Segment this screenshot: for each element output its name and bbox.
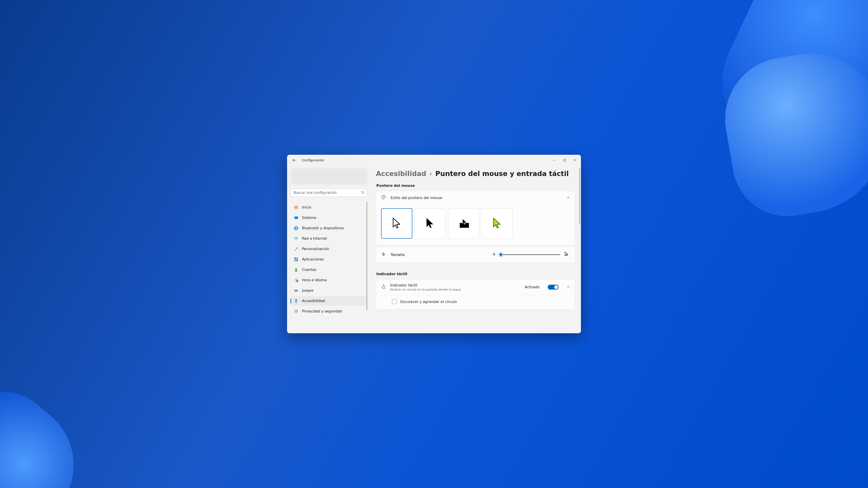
- sidebar-item-system[interactable]: Sistema: [291, 213, 366, 223]
- svg-rect-8: [294, 260, 296, 261]
- toggle-state-label: Activado: [525, 285, 539, 289]
- maximize-button[interactable]: [559, 156, 569, 165]
- svg-point-10: [295, 268, 297, 270]
- darken-enlarge-checkbox[interactable]: [392, 299, 397, 304]
- sidebar-item-label: Privacidad y seguridad: [302, 309, 342, 313]
- svg-point-14: [295, 291, 296, 291]
- clock-globe-icon: [294, 278, 298, 283]
- person-icon: [294, 267, 298, 272]
- touch-indicator-toggle[interactable]: [548, 285, 559, 290]
- pointer-style-black[interactable]: [414, 208, 446, 238]
- pointer-style-title: Estilo del puntero del mouse: [391, 196, 442, 200]
- sidebar-item-personalization[interactable]: Personalización: [291, 244, 366, 254]
- sidebar-item-label: Juegos: [302, 289, 313, 293]
- search-box[interactable]: [291, 189, 367, 197]
- svg-point-1: [362, 191, 364, 193]
- accessibility-icon: [294, 299, 298, 303]
- nav-list: Inicio Sistema Bluetooth y dispositivos …: [290, 202, 368, 333]
- size-slider-area: [493, 251, 569, 258]
- touch-indicator-card: Indicador táctil Mostrar un círculo en l…: [376, 279, 575, 309]
- breadcrumb: Accesibilidad › Puntero del mouse y entr…: [376, 170, 575, 177]
- sidebar-item-privacy[interactable]: Privacidad y seguridad: [291, 306, 366, 316]
- cursor-white-icon: [390, 216, 404, 231]
- svg-point-5: [296, 240, 297, 240]
- touch-indicator-desc: Mostrar un círculo en la pantalla donde …: [390, 288, 461, 291]
- sidebar-item-label: Hora e idioma: [302, 278, 327, 282]
- apps-icon: [294, 257, 298, 262]
- svg-point-15: [297, 291, 297, 291]
- paintbrush-icon: [294, 247, 298, 251]
- sidebar-item-apps[interactable]: Aplicaciones: [291, 255, 366, 264]
- svg-point-12: [296, 280, 298, 282]
- cursor-min-icon: [493, 252, 496, 257]
- pointer-style-white[interactable]: [381, 208, 412, 238]
- close-button[interactable]: [569, 156, 580, 165]
- titlebar: Configuración: [287, 155, 581, 166]
- window-title: Configuración: [302, 158, 324, 162]
- size-slider[interactable]: [499, 254, 560, 255]
- sidebar-item-accessibility[interactable]: Accesibilidad: [291, 296, 366, 306]
- touch-icon: [381, 284, 386, 290]
- minimize-icon: [553, 159, 555, 162]
- maximize-icon: [563, 159, 566, 162]
- chevron-up-icon[interactable]: [567, 285, 570, 289]
- sidebar-item-label: Cuentas: [302, 268, 316, 272]
- gamepad-icon: [294, 288, 298, 293]
- minimize-button[interactable]: [549, 156, 559, 165]
- pointer-style-header[interactable]: Estilo del puntero del mouse: [376, 191, 575, 204]
- breadcrumb-parent[interactable]: Accesibilidad: [376, 170, 426, 177]
- size-label: Tamaño: [391, 253, 405, 257]
- shield-icon: [294, 309, 298, 314]
- main-scrollbar[interactable]: [579, 168, 580, 224]
- sidebar-item-network[interactable]: Red e Internet: [291, 234, 366, 243]
- pointer-style-options: [376, 204, 575, 245]
- pointer-style-inverted[interactable]: [448, 208, 479, 238]
- palette-icon: [381, 195, 386, 201]
- touch-darken-option-row: Oscurecer y agrandar el círculo: [376, 295, 575, 309]
- darken-enlarge-label: Oscurecer y agrandar el círculo: [400, 300, 457, 304]
- svg-rect-3: [294, 217, 298, 219]
- sidebar-item-label: Personalización: [302, 247, 329, 251]
- pointer-style-card: Estilo del puntero del mouse: [376, 191, 575, 245]
- cursor-black-icon: [423, 216, 437, 231]
- main-content: Accesibilidad › Puntero del mouse y entr…: [370, 166, 581, 333]
- chevron-up-icon: [567, 196, 570, 200]
- touch-indicator-row: Indicador táctil Mostrar un círculo en l…: [376, 280, 575, 295]
- sidebar-item-home[interactable]: Inicio: [291, 203, 366, 212]
- sidebar-item-time-language[interactable]: Hora e idioma: [291, 275, 366, 285]
- arrow-left-icon: [292, 158, 296, 162]
- svg-rect-0: [563, 159, 565, 161]
- system-icon: [294, 216, 298, 220]
- close-icon: [574, 159, 576, 162]
- home-icon: [294, 205, 298, 210]
- svg-rect-9: [296, 260, 298, 261]
- cursor-small-icon: [381, 252, 386, 257]
- slider-thumb[interactable]: [499, 253, 503, 257]
- svg-point-17: [382, 197, 383, 197]
- svg-point-19: [384, 196, 384, 197]
- touch-indicator-title: Indicador táctil: [390, 283, 461, 287]
- sidebar-item-bluetooth[interactable]: Bluetooth y dispositivos: [291, 223, 366, 233]
- cursor-inverted-icon: [456, 216, 471, 231]
- sidebar-item-gaming[interactable]: Juegos: [291, 286, 366, 295]
- svg-rect-6: [294, 258, 296, 259]
- sidebar-item-label: Inicio: [302, 205, 311, 209]
- sidebar-item-label: Aplicaciones: [302, 257, 324, 261]
- sidebar-item-label: Accesibilidad: [302, 299, 325, 303]
- cursor-color-icon: [490, 216, 504, 231]
- wifi-icon: [294, 236, 298, 241]
- sidebar-scrollbar[interactable]: [366, 202, 367, 310]
- sidebar-item-accounts[interactable]: Cuentas: [291, 265, 366, 274]
- pointer-style-custom-color[interactable]: [482, 208, 513, 238]
- bluetooth-icon: [294, 226, 298, 230]
- sidebar-item-label: Red e Internet: [302, 236, 327, 240]
- sidebar-item-label: Sistema: [302, 216, 316, 220]
- section-label-touch: Indicador táctil: [376, 272, 575, 276]
- cursor-max-icon: [563, 251, 569, 258]
- sidebar: Inicio Sistema Bluetooth y dispositivos …: [287, 166, 370, 333]
- pointer-size-card: Tamaño: [376, 247, 575, 263]
- svg-rect-7: [296, 258, 298, 259]
- back-button[interactable]: [290, 156, 299, 165]
- search-input[interactable]: [291, 189, 367, 197]
- svg-point-16: [296, 299, 297, 300]
